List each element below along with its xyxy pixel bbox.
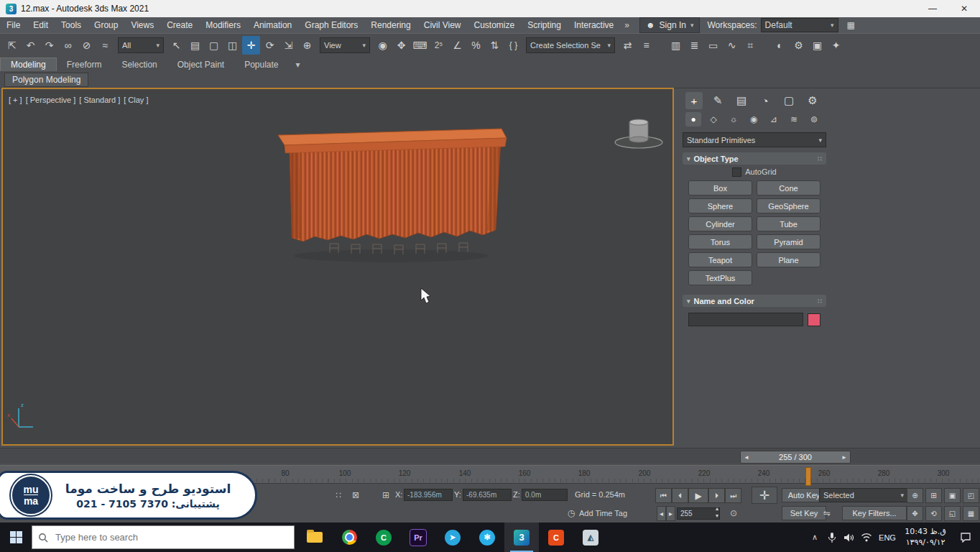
tube-button[interactable]: Tube [757, 216, 820, 231]
maximize-viewport-icon[interactable]: ◱ [944, 506, 961, 521]
textplus-button[interactable]: TextPlus [688, 270, 752, 285]
plane-button[interactable]: Plane [757, 252, 820, 267]
subtab-polygon-modeling[interactable]: Polygon Modeling [4, 73, 88, 87]
select-and-link-icon[interactable]: ⇱ [3, 36, 21, 55]
create-key-button[interactable]: ✛ [752, 487, 777, 504]
frame-forward-arrow[interactable]: ► [838, 454, 850, 461]
taskbar-app-recorder[interactable]: C [539, 523, 573, 552]
taskbar-app-share[interactable]: ✻ [470, 523, 504, 552]
viewport-shading-menu[interactable]: [ Clay ] [124, 96, 148, 104]
taskbar-app-chrome[interactable] [332, 523, 366, 552]
menu-views[interactable]: Views [124, 20, 160, 30]
helpers-category-icon[interactable]: ⊿ [766, 112, 782, 126]
utilities-tab-icon[interactable]: ⚙ [804, 92, 821, 109]
play-button[interactable]: ▶ [688, 488, 708, 503]
align-icon[interactable]: ≡ [637, 36, 655, 55]
cameras-category-icon[interactable]: ◉ [746, 112, 762, 126]
named-selection-sets-icon[interactable]: { } [504, 36, 522, 55]
ribbon-toggle-icon[interactable]: ▭ [704, 36, 722, 55]
menu-group[interactable]: Group [88, 20, 124, 30]
object-type-rollout[interactable]: ▾ Object Type ∷ [683, 152, 826, 165]
menu-modifiers[interactable]: Modifiers [199, 20, 247, 30]
zoom-all-icon[interactable]: ⊞ [925, 488, 942, 503]
menu-file[interactable]: File [0, 20, 27, 30]
absolute-offset-icon[interactable]: ⊞ [379, 489, 392, 501]
tab-selection[interactable]: Selection [111, 58, 167, 71]
torus-button[interactable]: Torus [688, 234, 752, 249]
space-warps-category-icon[interactable]: ≋ [786, 112, 802, 126]
object-color-swatch[interactable] [808, 313, 820, 326]
primitives-dropdown[interactable]: Standard Primitives ▾ [683, 132, 826, 147]
minimize-button[interactable]: — [917, 0, 948, 17]
speaker-icon[interactable] [841, 523, 858, 552]
redo-icon[interactable]: ↷ [40, 36, 58, 55]
material-editor-icon[interactable]: ◐ [771, 36, 789, 55]
sign-in-button[interactable]: ☻ Sign In ▾ [639, 17, 701, 33]
frame-number-field[interactable]: 255 [677, 507, 720, 520]
menu-customize[interactable]: Customize [468, 20, 522, 30]
set-key-button[interactable]: Set Key [782, 506, 826, 520]
menu-civil-view[interactable]: Civil View [417, 20, 468, 30]
spinner-snap-icon[interactable]: ⇅ [486, 36, 504, 55]
previous-frame-button[interactable]: ⏴ [672, 488, 688, 503]
rotate-tool-icon[interactable]: ⟳ [261, 36, 279, 55]
tab-populate[interactable]: Populate [234, 58, 288, 71]
menu-tools[interactable]: Tools [55, 20, 88, 30]
pivot-center-icon[interactable]: ◉ [374, 36, 392, 55]
taskbar-app-file-explorer[interactable] [297, 523, 332, 552]
perspective-viewport[interactable]: x z [ + ] [ Perspective ] [ Standard ] [… [1, 88, 674, 446]
taskbar-search[interactable] [32, 525, 295, 549]
workspace-grid-icon[interactable]: ▦ [842, 16, 860, 34]
key-filters-button[interactable]: Key Filters... [842, 506, 907, 520]
y-coordinate-field[interactable]: -69.635m [463, 489, 512, 501]
systems-category-icon[interactable]: ⊚ [806, 112, 822, 126]
object-name-field[interactable] [688, 313, 803, 326]
menu-overflow-icon[interactable]: » [620, 20, 634, 30]
close-button[interactable]: ✕ [948, 0, 980, 17]
pan-icon[interactable]: ✥ [907, 506, 923, 521]
bind-space-warp-icon[interactable]: ≈ [96, 36, 114, 55]
render-icon[interactable]: ✦ [827, 36, 845, 55]
frame-back-arrow[interactable]: ◄ [741, 454, 752, 461]
shapes-category-icon[interactable]: ◇ [706, 112, 721, 126]
zoom-region-icon[interactable]: ◰ [963, 488, 979, 503]
go-to-end-button[interactable]: ⏭ [725, 488, 741, 503]
cone-button[interactable]: Cone [757, 180, 820, 196]
frame-spin-up[interactable]: ▴ [716, 505, 718, 512]
frame-spin-down[interactable]: ▾ [716, 512, 718, 519]
box-button[interactable]: Box [688, 180, 752, 196]
snaps-toggle-icon[interactable]: 2⁵ [430, 36, 448, 55]
microphone-icon[interactable] [823, 523, 841, 552]
hidden-icons-chevron[interactable]: ∧ [806, 523, 823, 552]
lock-selection-icon[interactable]: ⊠ [349, 489, 362, 501]
menu-interactive[interactable]: Interactive [568, 20, 620, 30]
selection-filter-dropdown[interactable]: All ▾ [118, 37, 164, 53]
rendered-frame-icon[interactable]: ▣ [808, 36, 826, 55]
language-indicator[interactable]: ENG [875, 533, 900, 542]
modify-tab-icon[interactable]: ✎ [709, 92, 726, 109]
window-crossing-icon[interactable]: ◫ [223, 36, 241, 55]
tab-modeling[interactable]: Modeling [0, 58, 57, 71]
lights-category-icon[interactable]: ☼ [726, 112, 741, 126]
select-by-name-icon[interactable]: ▤ [186, 36, 204, 55]
keyboard-override-icon[interactable]: ⌨ [411, 36, 429, 55]
tab-freeform[interactable]: Freeform [57, 58, 112, 71]
schematic-view-icon[interactable]: ⌗ [741, 36, 759, 55]
taskbar-app-telegram[interactable]: ➤ [435, 523, 470, 552]
rect-region-icon[interactable]: ▢ [205, 36, 223, 55]
scene-explorer-icon[interactable]: ▥ [667, 36, 685, 55]
render-setup-icon[interactable]: ⚙ [790, 36, 808, 55]
manipulate-icon[interactable]: ✥ [392, 36, 410, 55]
menu-scripting[interactable]: Scripting [521, 20, 568, 30]
move-tool-icon[interactable]: ✛ [242, 36, 260, 55]
ribbon-config-icon[interactable]: ▾ [292, 58, 305, 71]
menu-create[interactable]: Create [160, 20, 199, 30]
go-to-start-button[interactable]: ⏮ [655, 488, 672, 503]
taskbar-app-camtasia[interactable]: C [366, 523, 401, 552]
taskbar-clock[interactable]: 10:43 ق.ظ ۱۳۹۹/۰۹/۱۲ [900, 527, 951, 548]
menu-rendering[interactable]: Rendering [364, 20, 417, 30]
frame-step-forward[interactable]: ▸ [666, 506, 675, 521]
network-icon[interactable] [858, 523, 875, 552]
viewport-renderer-menu[interactable]: [ Standard ] [79, 96, 120, 104]
menu-edit[interactable]: Edit [27, 20, 55, 30]
